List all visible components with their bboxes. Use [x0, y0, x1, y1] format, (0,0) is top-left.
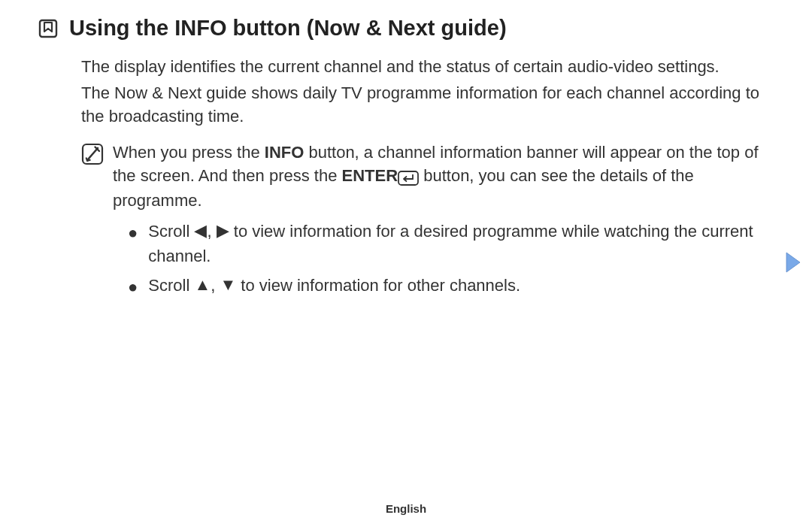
enter-label: ENTER: [342, 166, 398, 185]
bullet-marker: ●: [128, 221, 138, 244]
up-arrow-icon: ▲: [194, 273, 211, 296]
note-icon: [81, 143, 104, 165]
b2-post: to view information for other channels.: [236, 276, 520, 295]
note-block: When you press the INFO button, a channe…: [81, 141, 774, 212]
title-row: Using the INFO button (Now & Next guide): [38, 15, 774, 41]
paragraph-2: The Now & Next guide shows daily TV prog…: [81, 81, 774, 128]
info-label: INFO: [265, 143, 304, 162]
right-arrow-icon: ▶: [217, 219, 229, 242]
comma: ,: [211, 276, 220, 295]
note-pre: When you press the: [113, 143, 265, 162]
bullet-1-text: Scroll ◀, ▶ to view information for a de…: [148, 220, 774, 268]
b1-post: to view information for a desired progra…: [148, 222, 753, 265]
bullet-list: ● Scroll ◀, ▶ to view information for a …: [128, 220, 774, 298]
enter-icon: [398, 165, 419, 188]
bullet-1: ● Scroll ◀, ▶ to view information for a …: [128, 220, 774, 268]
bullet-2-text: Scroll ▲, ▼ to view information for othe…: [148, 274, 520, 298]
svg-rect-2: [398, 171, 418, 185]
paragraph-1: The display identifies the current chann…: [81, 55, 774, 78]
bullet-2: ● Scroll ▲, ▼ to view information for ot…: [128, 274, 774, 298]
bullet-marker: ●: [128, 275, 138, 298]
footer-language: English: [0, 502, 812, 515]
note-text: When you press the INFO button, a channe…: [113, 141, 774, 212]
left-arrow-icon: ◀: [194, 219, 207, 242]
b1-pre: Scroll: [148, 222, 194, 241]
bookmark-icon: [38, 18, 59, 39]
down-arrow-icon: ▼: [220, 273, 236, 296]
page-title: Using the INFO button (Now & Next guide): [69, 15, 507, 41]
b2-pre: Scroll: [148, 276, 194, 295]
next-page-button[interactable]: [783, 250, 803, 274]
comma: ,: [207, 222, 216, 241]
